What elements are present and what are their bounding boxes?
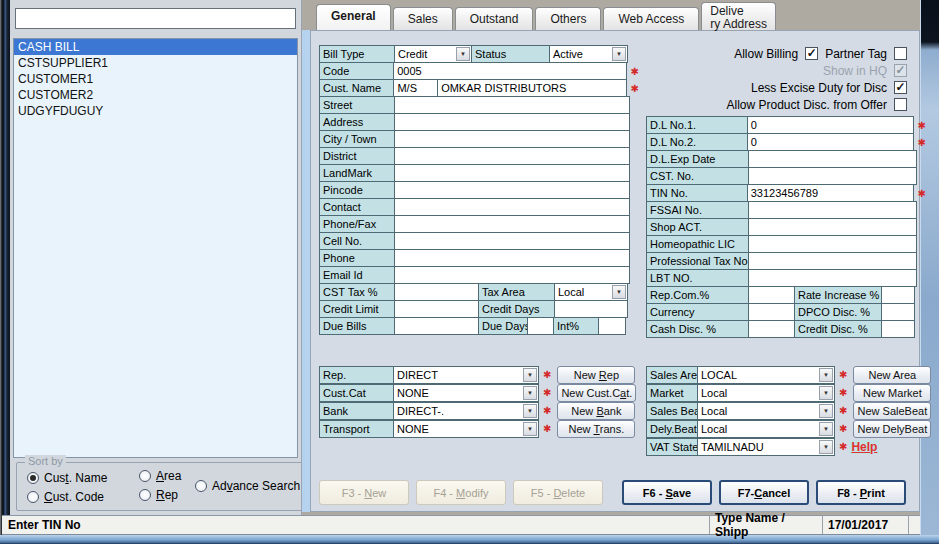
dropdown-arrow-icon[interactable]: ▼: [456, 47, 470, 61]
address-input[interactable]: [394, 113, 630, 131]
show-in-hq-label: Show in HQ: [823, 64, 887, 78]
f6-save-button[interactable]: F6 - Save: [622, 480, 712, 505]
landmark-input[interactable]: [394, 164, 630, 182]
code-input[interactable]: 0005: [393, 62, 626, 80]
radio-button[interactable]: [139, 470, 151, 482]
bill-type-select[interactable]: Credit▼: [394, 45, 472, 63]
market-select[interactable]: Local▼: [697, 384, 835, 402]
contact-input[interactable]: [394, 198, 630, 216]
email-id-input[interactable]: [394, 266, 630, 284]
fssai-no-input[interactable]: [748, 201, 917, 219]
customer-list-item[interactable]: CSTSUPPLIER1: [14, 55, 297, 71]
customer-list-item[interactable]: CUSTOMER1: [14, 71, 297, 87]
customer-list-item[interactable]: UDGYFDUGUY: [14, 103, 297, 119]
cust-name-prefix-input[interactable]: M/S: [393, 79, 438, 97]
allow-billing-checkbox[interactable]: ✓: [805, 47, 818, 60]
int-input[interactable]: [598, 317, 626, 335]
rate-increase-input[interactable]: [881, 286, 915, 304]
new-bank-button[interactable]: New Bank: [557, 402, 635, 420]
radio-button[interactable]: [27, 472, 39, 484]
cash-disc-input[interactable]: [748, 320, 795, 338]
rep-select[interactable]: DIRECT▼: [393, 366, 539, 384]
new-trans-button[interactable]: New Trans.: [557, 420, 635, 438]
customer-listbox[interactable]: CASH BILLCSTSUPPLIER1CUSTOMER1CUSTOMER2U…: [13, 38, 298, 458]
d-l-no-2-input[interactable]: 0: [747, 133, 914, 151]
rep-com-input[interactable]: [748, 286, 795, 304]
customer-list-item[interactable]: CUSTOMER2: [14, 87, 297, 103]
dropdown-arrow-icon[interactable]: ▼: [523, 422, 537, 436]
dropdown-arrow-icon[interactable]: ▼: [523, 368, 537, 382]
d-l-no-1-input[interactable]: 0: [747, 116, 914, 134]
new-delybeat-button[interactable]: New DelyBeat: [853, 420, 931, 438]
allow-product-disc-from-offer-checkbox[interactable]: [894, 98, 907, 111]
dropdown-arrow-icon[interactable]: ▼: [819, 440, 833, 454]
district-input[interactable]: [394, 147, 630, 165]
dely-beat-select[interactable]: Local▼: [697, 420, 835, 438]
credit-disc-input[interactable]: [881, 320, 915, 338]
street-input[interactable]: [394, 96, 630, 114]
city-town-input[interactable]: [394, 130, 630, 148]
new-salebeat-button[interactable]: New SaleBeat: [853, 402, 931, 420]
sort-option-rep[interactable]: Rep: [139, 488, 178, 502]
sort-option-cust-name[interactable]: Cust. Name: [27, 471, 107, 485]
cst-tax-input[interactable]: [394, 283, 479, 301]
currency-input[interactable]: [748, 303, 795, 321]
tab-general[interactable]: General: [316, 4, 391, 30]
partner-tag-checkbox[interactable]: [894, 47, 907, 60]
dropdown-arrow-icon[interactable]: ▼: [612, 285, 626, 299]
tab-web-access[interactable]: Web Access: [603, 7, 699, 30]
sales-area-select[interactable]: LOCAL▼: [697, 366, 835, 384]
new-area-button[interactable]: New Area: [853, 366, 931, 384]
dropdown-arrow-icon[interactable]: ▼: [523, 386, 537, 400]
sort-option-cust-code[interactable]: Cust. Code: [27, 490, 104, 504]
new-rep-button[interactable]: New Rep: [557, 366, 635, 384]
credit-limit-input[interactable]: [394, 300, 479, 318]
cell-no-input[interactable]: [394, 232, 630, 250]
new-cust-cat-button[interactable]: New Cust.Cat.: [557, 384, 636, 402]
professional-tax-no-input[interactable]: [748, 252, 917, 270]
shop-act-input[interactable]: [748, 218, 917, 236]
bank-select[interactable]: DIRECT-.▼: [393, 402, 539, 420]
tin-no-input[interactable]: 33123456789: [747, 184, 914, 202]
radio-button[interactable]: [195, 480, 207, 492]
cust-cat-select[interactable]: NONE▼: [393, 384, 539, 402]
dropdown-arrow-icon[interactable]: ▼: [819, 368, 833, 382]
cust-name-input[interactable]: OMKAR DISTRIBUTORS: [437, 79, 626, 97]
status-select[interactable]: Active▼: [549, 45, 628, 63]
phone-input[interactable]: [394, 249, 630, 267]
sort-option-advance-search[interactable]: Advance Search: [195, 479, 300, 493]
lbt-no-input[interactable]: [748, 269, 917, 287]
due-days-input[interactable]: [527, 317, 554, 335]
dropdown-arrow-icon[interactable]: ▼: [523, 404, 537, 418]
less-excise-duty-for-disc-checkbox[interactable]: ✓: [894, 81, 907, 94]
vat-state-select[interactable]: TAMILNADU▼: [697, 438, 835, 456]
due-bills-input[interactable]: [394, 317, 479, 335]
cst-no-input[interactable]: [748, 167, 917, 185]
tab-sales[interactable]: Sales: [393, 7, 453, 30]
tab-others[interactable]: Others: [535, 7, 601, 30]
dropdown-arrow-icon[interactable]: ▼: [612, 47, 626, 61]
dpco-disc-input[interactable]: [881, 303, 915, 321]
help-link[interactable]: Help: [849, 440, 879, 454]
sort-option-area[interactable]: Area: [139, 469, 181, 483]
dropdown-arrow-icon[interactable]: ▼: [819, 386, 833, 400]
tab-delive-ry-address[interactable]: Delive ry Address: [701, 2, 776, 30]
radio-button[interactable]: [27, 491, 39, 503]
pincode-input[interactable]: [394, 181, 630, 199]
phone-fax-input[interactable]: [394, 215, 630, 233]
customer-search-input[interactable]: [15, 8, 296, 29]
homeopathic-lic-input[interactable]: [748, 235, 917, 253]
customer-list-item[interactable]: CASH BILL: [14, 39, 297, 55]
credit-days-input[interactable]: [554, 300, 628, 318]
radio-button[interactable]: [139, 489, 151, 501]
new-market-button[interactable]: New Market: [853, 384, 931, 402]
d-l-exp-date-input[interactable]: [748, 150, 917, 168]
dropdown-arrow-icon[interactable]: ▼: [819, 404, 833, 418]
tab-outstand[interactable]: Outstand: [455, 7, 534, 30]
transport-select[interactable]: NONE▼: [393, 420, 539, 438]
f8-print-button[interactable]: F8 - Print: [816, 480, 906, 505]
tax-area-select[interactable]: Local▼: [554, 283, 628, 301]
f7-cancel-button[interactable]: F7-Cancel: [719, 480, 809, 505]
dropdown-arrow-icon[interactable]: ▼: [819, 422, 833, 436]
sales-beat-select[interactable]: Local▼: [697, 402, 835, 420]
